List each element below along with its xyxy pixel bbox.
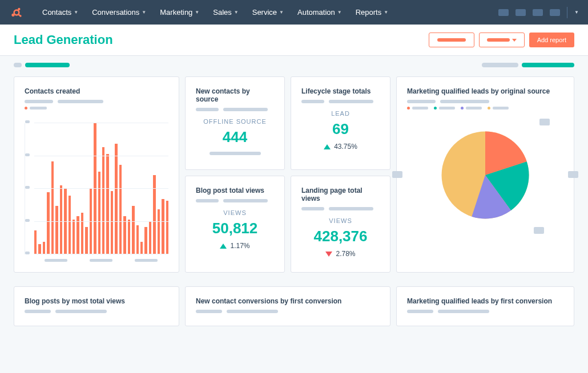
chart-bar xyxy=(166,201,168,254)
card-contacts-created: Contacts created xyxy=(14,76,179,273)
card-title: Blog posts by most total views xyxy=(25,297,168,305)
chart-bar xyxy=(76,216,79,254)
filter-bar xyxy=(0,56,588,72)
chart-bar xyxy=(60,185,62,254)
card-subtitle xyxy=(25,100,168,103)
metric-footer xyxy=(196,152,274,155)
card-subtitle xyxy=(196,108,274,111)
card-subtitle xyxy=(301,100,380,103)
legend-label xyxy=(30,107,47,110)
chevron-down-icon: ▼ xyxy=(279,10,284,15)
filter-left xyxy=(14,63,70,67)
nav-conversations[interactable]: Conversations▼ xyxy=(85,3,153,21)
nav-action-1[interactable] xyxy=(498,9,509,16)
svg-line-6 xyxy=(18,14,20,16)
nav-menu: Contacts▼ Conversations▼ Marketing▼ Sale… xyxy=(35,3,395,21)
card-title: New contact conversions by first convers… xyxy=(196,297,380,305)
card-mql-conversion: Marketing qualified leads by first conve… xyxy=(396,286,574,326)
pie-legend xyxy=(407,107,563,110)
nav-marketing[interactable]: Marketing▼ xyxy=(153,3,206,21)
pie-callout xyxy=(392,171,402,178)
add-report-button[interactable]: Add report xyxy=(529,33,574,47)
card-lifecycle: Lifecycle stage totals LEAD 69 43.75% xyxy=(291,76,390,170)
nav-right: ▼ xyxy=(498,7,579,18)
card-conversions: New contact conversions by first convers… xyxy=(185,286,390,326)
metric-value: 50,812 xyxy=(196,220,274,237)
chevron-down-icon: ▼ xyxy=(234,10,239,15)
chart-bar xyxy=(158,209,160,254)
card-new-contacts: New contacts by source OFFLINE SOURCE 44… xyxy=(185,76,285,170)
chart-bar xyxy=(90,189,92,254)
nav-action-3[interactable] xyxy=(533,9,543,16)
chevron-down-icon: ▼ xyxy=(337,10,342,15)
legend-dot-icon xyxy=(25,107,27,110)
chart-bar xyxy=(73,220,75,254)
chart-bar xyxy=(140,242,143,254)
page-title: Lead Generation xyxy=(14,33,113,47)
chart-bar xyxy=(98,172,100,254)
card-title: New contacts by source xyxy=(196,87,274,103)
chart-bar xyxy=(136,225,139,254)
chart-bar xyxy=(123,216,126,254)
filter-pill[interactable] xyxy=(14,63,22,67)
nav-action-2[interactable] xyxy=(515,9,526,16)
metric-change: 2.78% xyxy=(301,250,380,258)
card-subtitle xyxy=(301,207,380,210)
chart-bar xyxy=(102,147,104,254)
chevron-down-icon: ▼ xyxy=(74,10,78,15)
chart-legend xyxy=(25,107,168,110)
nav-reports[interactable]: Reports▼ xyxy=(349,3,395,21)
chart-bar xyxy=(64,189,66,254)
nav-sales[interactable]: Sales▼ xyxy=(206,3,245,21)
header-dropdown-1[interactable] xyxy=(429,33,474,47)
chart-bar xyxy=(94,123,96,254)
card-title: Contacts created xyxy=(25,87,168,95)
chevron-down-icon xyxy=(512,39,517,42)
card-title: Landing page total views xyxy=(301,186,380,202)
top-nav: Contacts▼ Conversations▼ Marketing▼ Sale… xyxy=(0,0,588,25)
chart-bar xyxy=(119,165,122,254)
chart-bar xyxy=(115,144,117,254)
header-dropdown-2[interactable] xyxy=(479,33,525,47)
nav-divider xyxy=(567,7,567,18)
x-axis-labels xyxy=(25,259,168,262)
metric-value: 428,376 xyxy=(301,228,380,245)
chart-bar xyxy=(34,230,37,254)
metric-label: VIEWS xyxy=(301,217,380,224)
chart-bar xyxy=(43,242,45,254)
metric-change: 43.75% xyxy=(301,143,380,151)
card-mql-source: Marketing qualified leads by original so… xyxy=(396,76,574,273)
metric-label: LEAD xyxy=(301,110,380,117)
chart-bar xyxy=(81,213,83,254)
chevron-down-icon: ▼ xyxy=(195,10,199,15)
filter-pill[interactable] xyxy=(482,63,518,67)
trend-up-icon xyxy=(220,244,227,249)
card-subtitle xyxy=(407,100,563,103)
pie-chart xyxy=(407,127,563,224)
chevron-down-icon: ▼ xyxy=(384,10,388,15)
chart-bar xyxy=(106,154,108,254)
nav-automation[interactable]: Automation▼ xyxy=(291,3,349,21)
trend-up-icon xyxy=(324,144,331,149)
filter-pill-active[interactable] xyxy=(522,63,574,67)
nav-left: Contacts▼ Conversations▼ Marketing▼ Sale… xyxy=(9,3,395,21)
pie-callout xyxy=(539,119,550,125)
chart-bar xyxy=(111,191,113,254)
nav-action-4[interactable] xyxy=(550,9,560,16)
account-chevron-icon[interactable]: ▼ xyxy=(574,10,579,15)
nav-service[interactable]: Service▼ xyxy=(245,3,291,21)
hubspot-logo-icon[interactable] xyxy=(9,5,24,20)
page-header: Lead Generation Add report xyxy=(0,25,588,56)
chart-bar xyxy=(38,244,41,254)
pie-callout xyxy=(568,171,578,178)
dashboard-grid: Contacts created New contacts by source xyxy=(0,72,588,286)
metric-label: OFFLINE SOURCE xyxy=(196,118,274,125)
filter-right xyxy=(482,63,574,67)
chart-bar xyxy=(55,206,58,254)
chart-bar xyxy=(85,227,87,254)
metric-value: 444 xyxy=(196,128,274,146)
nav-contacts[interactable]: Contacts▼ xyxy=(35,3,85,21)
filter-pill-active[interactable] xyxy=(25,63,70,67)
card-subtitle xyxy=(196,199,274,202)
card-subtitle xyxy=(407,310,563,313)
